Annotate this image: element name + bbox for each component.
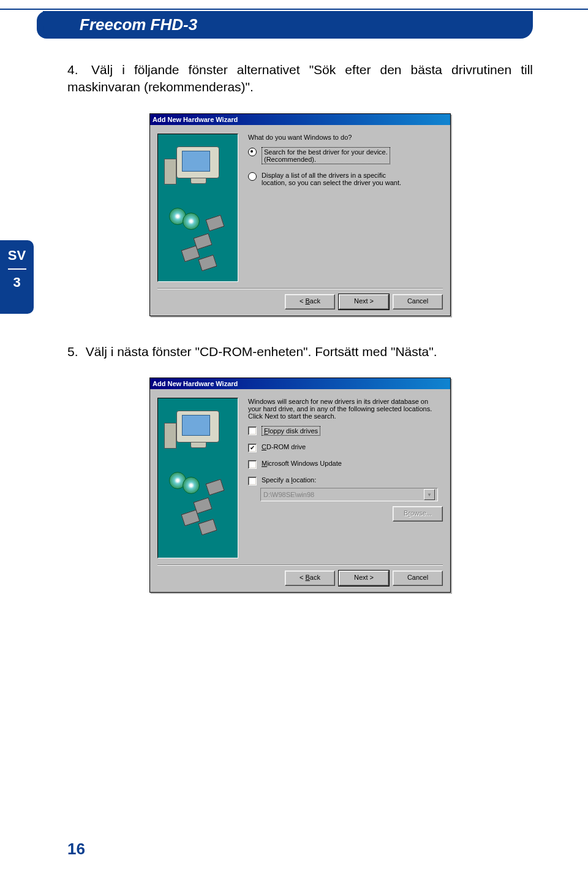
cancel-button[interactable]: Cancel bbox=[393, 294, 443, 309]
side-tab-chapter: 3 bbox=[0, 275, 34, 290]
cancel-button[interactable]: Cancel bbox=[393, 571, 443, 586]
dialog2-options: Windows will search for new drivers in i… bbox=[248, 398, 443, 558]
next-button[interactable]: Next > bbox=[339, 571, 389, 586]
checkbox-icon: ✔ bbox=[248, 444, 257, 452]
dialog1-option2-label: Display a list of all the drivers in a s… bbox=[262, 172, 401, 186]
dialog1-options: What do you want Windows to do? Search f… bbox=[248, 134, 443, 282]
dialog1-option-recommended[interactable]: Search for the best driver for your devi… bbox=[248, 147, 443, 164]
document-title: Freecom FHD-3 bbox=[43, 15, 197, 34]
step-4-text: Välj i följande fönster alternativet "Sö… bbox=[67, 63, 533, 94]
dialog2-separator bbox=[157, 564, 443, 566]
dialog1-titlebar: Add New Hardware Wizard bbox=[150, 114, 450, 125]
browse-button: Browse... bbox=[393, 506, 443, 522]
dialog1-separator bbox=[157, 288, 443, 289]
step-5: 5. Välj i nästa fönster "CD-ROM-enheten"… bbox=[67, 343, 533, 360]
back-button[interactable]: < Back bbox=[285, 571, 335, 586]
dialog-hardware-wizard-1: Add New Hardware Wizard What do you want… bbox=[149, 113, 451, 316]
step-4-number: 4. bbox=[67, 61, 82, 78]
next-button[interactable]: Next > bbox=[339, 294, 389, 309]
checkbox-icon bbox=[248, 477, 257, 485]
dialog-hardware-wizard-2: Add New Hardware Wizard Windows will sea… bbox=[149, 378, 451, 593]
step-5-text: Välj i nästa fönster "CD-ROM-enheten". F… bbox=[86, 344, 437, 359]
side-tab: SV 3 bbox=[0, 240, 34, 314]
dialog1-option-list[interactable]: Display a list of all the drivers in a s… bbox=[248, 172, 443, 186]
dialog2-titlebar: Add New Hardware Wizard bbox=[150, 378, 450, 389]
dialog2-buttons: < Back Next > Cancel bbox=[157, 571, 443, 586]
content-area: 4. Välj i följande fönster alternativet … bbox=[67, 61, 533, 620]
dialog1-buttons: < Back Next > Cancel bbox=[157, 294, 443, 309]
check-specify-location[interactable]: Specify a location: bbox=[248, 476, 443, 485]
check-floppy[interactable]: Floppy disk drives bbox=[248, 426, 443, 436]
checkbox-icon bbox=[248, 460, 257, 469]
checkbox-icon bbox=[248, 427, 257, 435]
page-number: 16 bbox=[67, 840, 85, 859]
dialog1-prompt: What do you want Windows to do? bbox=[248, 134, 443, 141]
page-header: Freecom FHD-3 bbox=[43, 11, 533, 39]
dialog1-illustration bbox=[157, 134, 238, 282]
check-windows-update[interactable]: Microsoft Windows Update bbox=[248, 460, 443, 469]
side-tab-divider bbox=[8, 268, 26, 270]
dialog2-intro: Windows will search for new drivers in i… bbox=[248, 398, 443, 420]
check-cdrom[interactable]: ✔ CD-ROM drive bbox=[248, 443, 443, 452]
dialog2-illustration bbox=[157, 398, 238, 558]
dropdown-icon: ▼ bbox=[424, 489, 435, 500]
radio-icon bbox=[248, 172, 257, 181]
step-4: 4. Välj i följande fönster alternativet … bbox=[67, 61, 533, 96]
radio-icon bbox=[248, 148, 257, 156]
back-button[interactable]: < Back bbox=[285, 294, 335, 309]
location-path-value: D:\W98SE\win98 bbox=[263, 491, 314, 498]
page-top-rule bbox=[0, 0, 588, 10]
location-path-input: D:\W98SE\win98 ▼ bbox=[260, 488, 438, 501]
side-tab-lang: SV bbox=[0, 248, 34, 264]
step-5-number: 5. bbox=[67, 343, 82, 360]
dialog1-option1-label: Search for the best driver for your devi… bbox=[262, 147, 390, 164]
